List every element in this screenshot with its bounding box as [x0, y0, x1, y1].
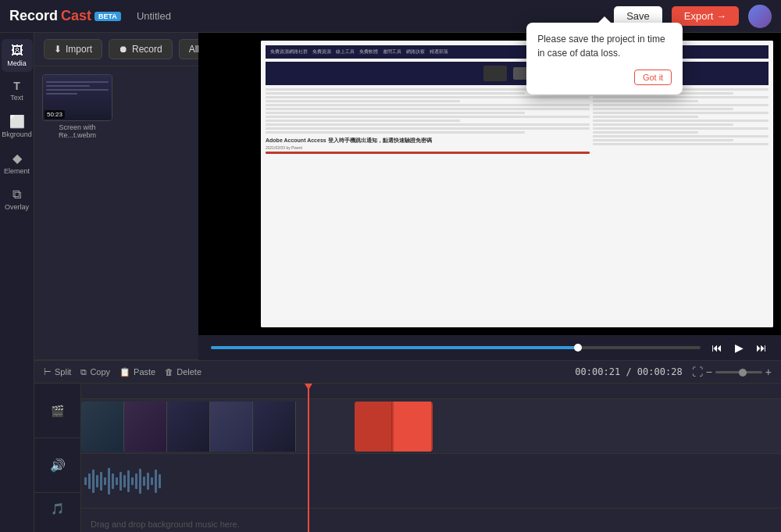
fit-button[interactable]: ⛶: [692, 366, 703, 378]
paste-button[interactable]: 📋 Paste: [119, 367, 155, 377]
avatar[interactable]: [748, 5, 772, 28]
read-more-link: [266, 152, 590, 154]
sidebar-text-12: [593, 131, 698, 134]
clip-thumb-5: [253, 402, 296, 452]
svg-rect-2: [92, 470, 95, 493]
red-thumb-2: [394, 402, 431, 452]
delete-label: Delete: [177, 367, 201, 377]
red-thumb-1: [355, 402, 392, 452]
clip-thumb-4: [210, 402, 253, 452]
webpage-main: Adobe Account Access 登入時手機跳出通知，點選快速驗證免密碼…: [266, 88, 590, 155]
zoom-controls: ⛶ − +: [692, 366, 772, 378]
webpage-feature: [266, 62, 769, 85]
paste-icon: 📋: [119, 367, 130, 377]
duration-badge: 50:23: [45, 110, 65, 119]
overlay-icon: ⧉: [12, 187, 21, 202]
sidebar-item-media-label: Media: [7, 59, 27, 67]
clip-thumb-2: [124, 402, 167, 452]
split-icon: ⊢: [44, 367, 52, 377]
track-audio-icon[interactable]: 🔊: [34, 438, 80, 493]
text-block-12: [266, 131, 525, 134]
main-layout: 🖼 Media T Text ⬜ Bkground ◆ Element ⧉ Ov…: [0, 33, 781, 532]
track-music-icon[interactable]: 🎵: [34, 493, 80, 524]
webpage-nav-6: 精選部落: [430, 48, 448, 55]
video-preview: 免費資源網路社群 免費資源 線上工具 免費軟體 邀問工具 網路訣竅 精選部落: [198, 33, 781, 335]
sidebar-text-4: [593, 100, 698, 102]
webpage-nav-2: 線上工具: [336, 48, 355, 55]
svg-rect-16: [147, 473, 149, 490]
svg-rect-18: [155, 470, 157, 493]
thumb-line-1: [46, 81, 109, 83]
text-block-9: [266, 120, 460, 122]
media-thumb: 50:23: [42, 74, 112, 121]
export-button[interactable]: Export →: [672, 6, 739, 26]
copy-icon: ⧉: [80, 367, 87, 377]
record-label: Record: [132, 44, 162, 55]
svg-rect-17: [151, 477, 153, 485]
sidebar-text-3: [593, 96, 769, 98]
progress-bar[interactable]: [211, 346, 701, 349]
track-video-icon[interactable]: 🎬: [34, 384, 80, 438]
svg-rect-4: [100, 472, 102, 491]
playhead-triangle: [305, 384, 312, 390]
split-label: Split: [55, 367, 71, 377]
music-track-icon: 🎵: [51, 502, 64, 515]
sidebar-item-element[interactable]: ◆ Element: [2, 146, 33, 180]
webpage-nav-5: 網路訣竅: [406, 48, 425, 55]
import-button[interactable]: ⬇ Import: [44, 39, 102, 59]
play-button[interactable]: ▶: [733, 340, 745, 355]
zoom-in-button[interactable]: +: [765, 366, 772, 378]
svg-rect-3: [96, 475, 98, 487]
record-button[interactable]: ⏺ Record: [109, 39, 173, 59]
zoom-slider[interactable]: [715, 371, 762, 373]
track-clip[interactable]: [81, 402, 355, 452]
progress-handle[interactable]: [574, 344, 582, 352]
current-time: 00:00:21: [575, 366, 620, 377]
progress-bar-fill: [211, 346, 578, 349]
media-grid: 50:23 Screen with Re...t.webm: [34, 66, 198, 359]
svg-rect-13: [135, 473, 137, 489]
total-time: 00:00:28: [637, 366, 683, 377]
logo-record: Record: [9, 8, 58, 24]
logo: RecordCast BETA: [9, 8, 121, 24]
sidebar-item-text[interactable]: T Text: [2, 75, 33, 106]
copy-button[interactable]: ⧉ Copy: [80, 367, 110, 377]
zoom-out-button[interactable]: −: [706, 366, 712, 378]
webpage-body: Adobe Account Access 登入時手機跳出通知，點選快速驗證免密碼…: [266, 88, 769, 155]
delete-icon: 🗑: [165, 367, 173, 377]
timeline-area: ⊢ Split ⧉ Copy 📋 Paste 🗑 Delete 00:00:21: [34, 360, 781, 532]
copy-label: Copy: [90, 367, 110, 377]
paste-label: Paste: [134, 367, 155, 377]
svg-rect-0: [84, 477, 87, 485]
tooltip-popup-actions: Got it: [537, 66, 672, 85]
rewind-button[interactable]: ⏮: [710, 340, 724, 355]
forward-button[interactable]: ⏭: [754, 340, 769, 355]
timeline-toolbar: ⊢ Split ⧉ Copy 📋 Paste 🗑 Delete 00:00:21: [34, 361, 781, 384]
sidebar-item-overlay[interactable]: ⧉ Overlay: [2, 183, 33, 216]
webpage-title: 免費資源網路社群: [270, 48, 308, 55]
split-button[interactable]: ⊢ Split: [44, 367, 71, 377]
delete-button[interactable]: 🗑 Delete: [165, 367, 201, 377]
timeline-playhead[interactable]: [308, 384, 309, 532]
zoom-handle[interactable]: [739, 369, 747, 377]
tooltip-popup-text: Please save the project in time in case …: [537, 32, 672, 60]
article-date: 2021/02/03 by Pisent: [266, 145, 590, 150]
audio-track-icon: 🔊: [50, 458, 66, 473]
sidebar-item-bkground[interactable]: ⬜ Bkground: [2, 109, 33, 143]
svg-rect-14: [139, 469, 141, 494]
sidebar-text-5: [593, 104, 769, 106]
save-tooltip-popup: Please save the project in time in case …: [526, 23, 683, 95]
text-block-10: [266, 123, 590, 126]
preview-bg-left: [198, 33, 261, 335]
media-item[interactable]: 50:23 Screen with Re...t.webm: [42, 74, 112, 352]
music-track: Drag and drop background music here.: [81, 509, 781, 532]
sidebar-text-11: [593, 127, 769, 130]
got-it-button[interactable]: Got it: [634, 70, 672, 85]
sidebar-item-media[interactable]: 🖼 Media: [2, 39, 33, 72]
content-area: ⬇ Import ⏺ Record All Video Audio Image: [34, 33, 781, 532]
timeline-content: 🎬 🔊 🎵: [34, 384, 781, 532]
media-label: Screen with Re...t.webm: [42, 123, 112, 139]
media-icon: 🖼: [11, 44, 23, 58]
sidebar-item-text-label: Text: [10, 94, 23, 102]
timeline-time: 00:00:21 / 00:00:28: [575, 366, 682, 377]
